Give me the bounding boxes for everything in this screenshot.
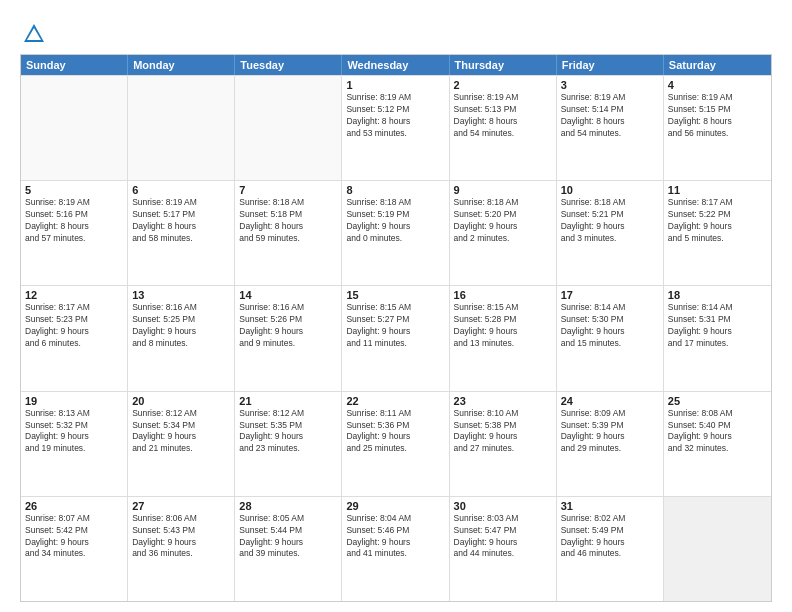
cell-line: Sunset: 5:14 PM [561,104,659,116]
calendar-cell: 24Sunrise: 8:09 AMSunset: 5:39 PMDayligh… [557,392,664,496]
cell-line: Sunrise: 8:06 AM [132,513,230,525]
calendar-cell: 17Sunrise: 8:14 AMSunset: 5:30 PMDayligh… [557,286,664,390]
cell-line: Daylight: 9 hours [561,537,659,549]
cell-line: Sunset: 5:25 PM [132,314,230,326]
cell-line: and 53 minutes. [346,128,444,140]
cell-line: Sunset: 5:38 PM [454,420,552,432]
cell-line: Sunrise: 8:16 AM [132,302,230,314]
day-number: 2 [454,79,552,91]
day-number: 24 [561,395,659,407]
day-number: 28 [239,500,337,512]
cell-line: Daylight: 9 hours [454,431,552,443]
calendar-row: 12Sunrise: 8:17 AMSunset: 5:23 PMDayligh… [21,285,771,390]
cell-line: Sunrise: 8:19 AM [132,197,230,209]
day-number: 3 [561,79,659,91]
cell-line: and 56 minutes. [668,128,767,140]
cell-line: and 13 minutes. [454,338,552,350]
cell-line: Daylight: 8 hours [25,221,123,233]
day-number: 19 [25,395,123,407]
calendar-cell: 31Sunrise: 8:02 AMSunset: 5:49 PMDayligh… [557,497,664,601]
day-number: 29 [346,500,444,512]
calendar-cell: 1Sunrise: 8:19 AMSunset: 5:12 PMDaylight… [342,76,449,180]
cell-line: Sunset: 5:32 PM [25,420,123,432]
day-number: 7 [239,184,337,196]
cell-line: Sunrise: 8:02 AM [561,513,659,525]
calendar-cell: 29Sunrise: 8:04 AMSunset: 5:46 PMDayligh… [342,497,449,601]
cell-line: Daylight: 9 hours [668,326,767,338]
cell-line: Sunrise: 8:12 AM [239,408,337,420]
cell-line: Sunset: 5:22 PM [668,209,767,221]
cell-line: Sunrise: 8:04 AM [346,513,444,525]
cell-line: Sunrise: 8:05 AM [239,513,337,525]
day-number: 31 [561,500,659,512]
cell-line: Daylight: 9 hours [668,431,767,443]
day-number: 25 [668,395,767,407]
cell-line: Sunrise: 8:14 AM [668,302,767,314]
cell-line: Sunrise: 8:19 AM [561,92,659,104]
calendar-cell: 20Sunrise: 8:12 AMSunset: 5:34 PMDayligh… [128,392,235,496]
cell-line: and 27 minutes. [454,443,552,455]
cell-line: Sunset: 5:42 PM [25,525,123,537]
cell-line: and 9 minutes. [239,338,337,350]
calendar-cell: 26Sunrise: 8:07 AMSunset: 5:42 PMDayligh… [21,497,128,601]
calendar-cell: 11Sunrise: 8:17 AMSunset: 5:22 PMDayligh… [664,181,771,285]
weekday-header: Monday [128,55,235,75]
cell-line: Daylight: 9 hours [346,431,444,443]
cell-line: Daylight: 9 hours [25,431,123,443]
cell-line: Sunrise: 8:19 AM [454,92,552,104]
cell-line: and 59 minutes. [239,233,337,245]
cell-line: Sunrise: 8:10 AM [454,408,552,420]
day-number: 11 [668,184,767,196]
cell-line: Daylight: 9 hours [132,431,230,443]
cell-line: and 58 minutes. [132,233,230,245]
cell-line: Daylight: 8 hours [561,116,659,128]
cell-line: Sunrise: 8:17 AM [668,197,767,209]
cell-line: Daylight: 9 hours [561,431,659,443]
calendar-cell: 4Sunrise: 8:19 AMSunset: 5:15 PMDaylight… [664,76,771,180]
cell-line: and 0 minutes. [346,233,444,245]
calendar-cell: 16Sunrise: 8:15 AMSunset: 5:28 PMDayligh… [450,286,557,390]
cell-line: and 5 minutes. [668,233,767,245]
cell-line: Daylight: 9 hours [25,537,123,549]
calendar-cell: 22Sunrise: 8:11 AMSunset: 5:36 PMDayligh… [342,392,449,496]
cell-line: and 19 minutes. [25,443,123,455]
cell-line: Sunset: 5:49 PM [561,525,659,537]
cell-line: Daylight: 9 hours [239,537,337,549]
cell-line: Sunrise: 8:15 AM [346,302,444,314]
cell-line: Sunset: 5:44 PM [239,525,337,537]
cell-line: Sunset: 5:12 PM [346,104,444,116]
cell-line: Sunset: 5:39 PM [561,420,659,432]
cell-line: Daylight: 9 hours [25,326,123,338]
weekday-header: Tuesday [235,55,342,75]
cell-line: Sunset: 5:30 PM [561,314,659,326]
cell-line: Sunrise: 8:08 AM [668,408,767,420]
calendar-row: 26Sunrise: 8:07 AMSunset: 5:42 PMDayligh… [21,496,771,601]
calendar-cell: 18Sunrise: 8:14 AMSunset: 5:31 PMDayligh… [664,286,771,390]
weekday-header: Sunday [21,55,128,75]
cell-line: Sunset: 5:47 PM [454,525,552,537]
cell-line: Sunrise: 8:19 AM [346,92,444,104]
calendar-cell: 13Sunrise: 8:16 AMSunset: 5:25 PMDayligh… [128,286,235,390]
calendar-cell: 28Sunrise: 8:05 AMSunset: 5:44 PMDayligh… [235,497,342,601]
cell-line: Sunset: 5:15 PM [668,104,767,116]
cell-line: and 54 minutes. [561,128,659,140]
calendar-cell: 3Sunrise: 8:19 AMSunset: 5:14 PMDaylight… [557,76,664,180]
cell-line: and 36 minutes. [132,548,230,560]
cell-line: Daylight: 9 hours [561,326,659,338]
day-number: 14 [239,289,337,301]
calendar-row: 19Sunrise: 8:13 AMSunset: 5:32 PMDayligh… [21,391,771,496]
cell-line: Daylight: 9 hours [454,326,552,338]
cell-line: Sunset: 5:34 PM [132,420,230,432]
cell-line: Sunrise: 8:19 AM [668,92,767,104]
cell-line: Sunrise: 8:18 AM [561,197,659,209]
day-number: 26 [25,500,123,512]
day-number: 1 [346,79,444,91]
day-number: 27 [132,500,230,512]
cell-line: Sunrise: 8:09 AM [561,408,659,420]
cell-line: Daylight: 9 hours [668,221,767,233]
cell-line: Sunrise: 8:16 AM [239,302,337,314]
logo-icon [20,20,48,48]
cell-line: Sunrise: 8:17 AM [25,302,123,314]
cell-line: Daylight: 9 hours [239,326,337,338]
cell-line: and 44 minutes. [454,548,552,560]
